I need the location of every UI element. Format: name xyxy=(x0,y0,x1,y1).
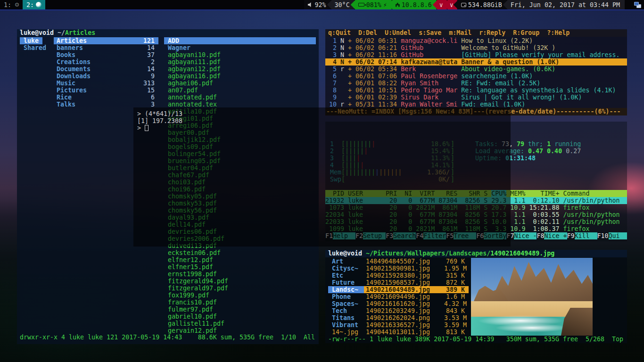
sibling-dir: Landsc~ xyxy=(328,286,364,293)
directory-item[interactable]: Articles121 xyxy=(54,37,158,44)
volume-segment: 92% xyxy=(304,0,331,9)
sibling-dir: Art xyxy=(328,258,364,265)
file-item[interactable]: francis10.pdf xyxy=(164,299,316,306)
fkey-qui-button[interactable]: Qui xyxy=(609,232,627,239)
directory-item[interactable]: Downloads9 xyxy=(54,73,158,80)
file-list: Art1484964845507.jpg769 K Citysc~1490215… xyxy=(325,258,481,336)
message-sender: Berk xyxy=(401,66,461,73)
sibling-dir: Tech xyxy=(328,307,364,314)
neomutt-help-bar: q:Quit D:Del U:Undel s:Save m:Mail r:Rep… xyxy=(325,29,627,37)
sibling-dir: Vibrant xyxy=(328,321,364,329)
file-row[interactable]: Future1490215968537.jpg872 K xyxy=(325,279,481,286)
file-item[interactable]: Wagner xyxy=(164,44,316,51)
file-row[interactable]: 14~.jpg1490441013011.jpg813 K xyxy=(325,329,481,336)
file-item[interactable]: fitzgerald94.pdf xyxy=(164,278,316,285)
directory-item[interactable]: Pictures15 xyxy=(54,87,158,94)
file-size: 872 K xyxy=(444,279,469,286)
directory-item[interactable]: Rice6 xyxy=(54,94,158,101)
sibling-dir: Spaces~ xyxy=(328,300,364,307)
file-permissions: -rw-r--r-- 1 luke luke 389K 2017-05-19 1… xyxy=(328,336,494,343)
file-size: 315 K xyxy=(444,272,469,279)
message-subject: Banner & a question (1.0K) xyxy=(461,58,559,66)
file-item[interactable]: ADD xyxy=(164,37,316,44)
fkey-nice--button[interactable]: Nice - xyxy=(514,232,537,239)
sibling-dir: Titans xyxy=(328,314,364,321)
file-row[interactable]: Citysc~1490215890981.jpg1.95 M xyxy=(325,265,481,272)
fkey-label: F8 xyxy=(537,232,544,239)
file-size: 4.32 M xyxy=(444,300,469,307)
neomutt-window: q:Quit D:Del U:Undel s:Save m:Mail r:Rep… xyxy=(325,29,627,115)
fkey-nice--button[interactable]: Nice + xyxy=(544,232,567,239)
file-item[interactable]: an07.pdf xyxy=(164,87,316,94)
file-item[interactable]: agbayani16.pdf xyxy=(164,73,316,80)
file-row[interactable]: Spaces~1490216161620.jpg4.32 M xyxy=(325,300,481,307)
workspace-1-button[interactable]: 1: ☺ xyxy=(0,0,23,9)
file-row[interactable]: Tech1490216203249.jpg843 K xyxy=(325,307,481,314)
file-row[interactable]: Etc1490215928380.jpg315 K xyxy=(325,272,481,279)
file-item[interactable]: fox1999.pdf xyxy=(164,292,316,299)
tray-network-icon[interactable] xyxy=(634,2,641,8)
parent-dir-item[interactable]: Shared xyxy=(20,44,50,51)
file-item[interactable]: fulmer97.pdf xyxy=(164,306,316,313)
file-item[interactable]: aghaei06.pdf xyxy=(164,80,316,87)
network-icon xyxy=(396,3,400,7)
message-row[interactable]: 7 + 06/01 08:22 Ryan Smith RE: Fwd: emai… xyxy=(325,80,627,87)
file-item[interactable]: agbayani11.pdf xyxy=(164,58,316,66)
file-item[interactable]: agbayani10.pdf xyxy=(164,51,316,58)
message-row[interactable]: 5 r + 06/02 05:34 Berk About video-games… xyxy=(325,66,627,73)
directory-item[interactable]: Documents14 xyxy=(54,66,158,73)
file-size: 389 K xyxy=(444,286,469,293)
file-row[interactable]: Vibrant1490216336527.jpg3.59 M xyxy=(325,321,481,329)
message-row[interactable]: 2 N + 06/02 06:21 GitHub Welcome to GitH… xyxy=(325,44,627,51)
file-name: 1484964845507.jpg xyxy=(364,258,444,265)
workspace-2-button[interactable]: 2: xyxy=(23,0,45,9)
file-item[interactable]: elfner12.pdf xyxy=(164,256,316,263)
directory-item[interactable]: banners14 xyxy=(54,44,158,51)
parent-dir-item[interactable]: luke xyxy=(20,37,50,44)
file-item[interactable]: gallistel11.pdf xyxy=(164,320,316,327)
temperature-segment: 30°C xyxy=(327,0,355,9)
file-item[interactable]: elfner15.pdf xyxy=(164,263,316,271)
file-item[interactable]: fitzgerald97.pdf xyxy=(164,285,316,292)
directory-item[interactable]: Talks3 xyxy=(54,101,158,108)
message-row[interactable]: 3 N + 06/02 11:16 GitHub [GitHub] Please… xyxy=(325,51,627,58)
message-subject: searchengine (1.0K) xyxy=(461,73,533,80)
current-dir-label: Articles xyxy=(65,29,95,36)
fkey-kill-button[interactable]: Kill xyxy=(575,232,597,239)
file-name: 1490441013011.jpg xyxy=(364,329,444,336)
directory-item[interactable]: Books37 xyxy=(54,51,158,58)
directory-item[interactable]: Music313 xyxy=(54,80,158,87)
message-sender: GitHub xyxy=(401,51,461,58)
scratchpad-terminal[interactable]: > (4*641)/13 [1] 197.2308 > xyxy=(133,107,511,247)
file-row[interactable]: Art1484964845507.jpg769 K xyxy=(325,258,481,265)
message-row[interactable]: 9 + 06/01 02:39 Sirus Dark Sirus | Got i… xyxy=(325,94,627,101)
desktop: 1: ☺ 2: 92% 30°C 081% ⚡ 10.8.8.6 xyxy=(0,0,644,362)
message-row[interactable]: 8 + 06/01 10:51 Pedro Tiago Mar Re: lang… xyxy=(325,87,627,94)
file-name: 1490216094496.jpg xyxy=(364,293,444,300)
file-item[interactable]: gabriel10.pdf xyxy=(164,313,316,320)
file-item[interactable]: gervain12.pdf xyxy=(164,327,316,334)
file-item[interactable]: eckstein06.pdf xyxy=(164,249,316,256)
file-size: 3.53 M xyxy=(444,314,469,321)
disk-icon xyxy=(461,3,466,7)
file-name: 1490216049489.jpg xyxy=(364,286,444,293)
file-item[interactable]: agbayani12.pdf xyxy=(164,66,316,73)
file-row[interactable]: Titans1490216262024.png3.53 M xyxy=(325,314,481,321)
file-item[interactable]: annotated.pdf xyxy=(164,94,316,101)
terminal-cursor xyxy=(145,125,149,131)
message-row[interactable]: 1 N + 06/02 06:31 manguza@cock.li How to… xyxy=(325,37,627,44)
file-name: 1490216203249.jpg xyxy=(364,307,444,314)
message-subject: Sirus | Got it all wrong! (1.0K) xyxy=(461,94,582,101)
file-row[interactable]: Landsc~1490216049489.jpg389 K xyxy=(325,286,481,293)
file-item[interactable]: annotated.tex xyxy=(164,101,316,108)
file-size: 3.59 M xyxy=(444,321,469,329)
sibling-dir: Etc xyxy=(328,272,364,279)
directory-item[interactable]: Creations2 xyxy=(54,58,158,66)
file-item[interactable]: ernst1998.pdf xyxy=(164,271,316,278)
file-row[interactable]: Phone1490216094496.jpg1.6 M xyxy=(325,293,481,300)
terminal-prompt-line[interactable]: > xyxy=(137,124,511,132)
message-row[interactable]: 4 N + 06/02 07:14 kafkazwana@tuta Banner… xyxy=(325,58,627,66)
message-row[interactable]: 10 r + 05/31 11:34 Ryan Walter Smi Fwd: … xyxy=(325,101,627,108)
message-sender: kafkazwana@tuta xyxy=(401,58,461,66)
message-row[interactable]: 6 + 06/01 07:06 Paul Rosenberge searchen… xyxy=(325,73,627,80)
